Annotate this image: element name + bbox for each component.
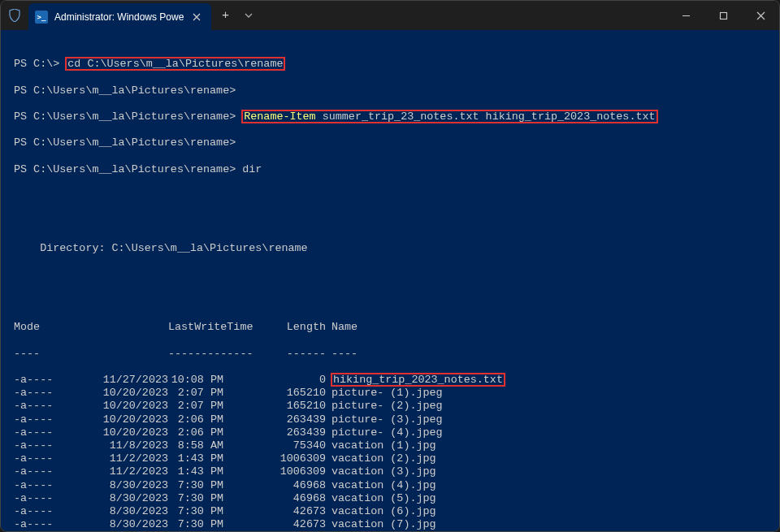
table-row: -a----11/8/20238:58 AM75340vacation (1).… <box>14 439 766 452</box>
table-row: -a----10/20/20232:07 PM165210picture- (1… <box>14 387 766 400</box>
table-header: ModeLastWriteTimeLengthName <box>14 321 766 334</box>
col-lwt-header <box>87 321 168 334</box>
col-length-header: Length <box>232 321 326 334</box>
maximize-button[interactable] <box>704 1 742 30</box>
titlebar: >_ Administrator: Windows Powe + <box>1 1 779 30</box>
powershell-icon: >_ <box>35 11 48 24</box>
table-row: -a----8/30/20237:30 PM42673vacation (6).… <box>14 505 766 518</box>
highlight-rename-command: Rename-Item summer_trip_23_notes.txt hik… <box>242 110 656 123</box>
table-row: -a----8/30/20237:30 PM42673vacation (7).… <box>14 518 766 531</box>
terminal-line: PS C:\Users\m__la\Pictures\rename> dir <box>14 163 766 176</box>
file-name: vacation (3).jpg <box>326 465 436 478</box>
tab-title: Administrator: Windows Powe <box>54 11 184 23</box>
highlight-cd-command: cd C:\Users\m__la\Pictures\rename <box>66 58 284 70</box>
tab-dropdown-button[interactable] <box>239 1 258 30</box>
shield-icon <box>1 1 28 30</box>
new-tab-button[interactable]: + <box>211 1 239 30</box>
file-name: picture- (2).jpeg <box>326 400 443 413</box>
terminal-pane[interactable]: PS C:\> cd C:\Users\m__la\Pictures\renam… <box>1 30 779 531</box>
window-controls <box>667 1 779 30</box>
file-name: picture- (1).jpeg <box>326 387 443 400</box>
minimize-button[interactable] <box>667 1 704 30</box>
terminal-line: PS C:\Users\m__la\Pictures\rename> <box>14 84 766 97</box>
file-name: vacation (6).jpg <box>326 505 436 518</box>
terminal-line: PS C:\Users\m__la\Pictures\rename> <box>14 136 766 149</box>
tab-active[interactable]: >_ Administrator: Windows Powe <box>28 3 211 30</box>
terminal-line: PS C:\Users\m__la\Pictures\rename> Renam… <box>14 110 766 123</box>
table-row: -a----8/30/20237:30 PM46968vacation (5).… <box>14 492 766 505</box>
file-name: picture- (3).jpeg <box>326 413 443 426</box>
highlight-renamed-file: hiking_trip_2023_notes.txt <box>332 374 505 386</box>
table-row: -a----10/20/20232:07 PM165210picture- (2… <box>14 400 766 413</box>
col-mode-header: Mode <box>14 321 87 334</box>
col-name-header: Name <box>326 321 358 334</box>
titlebar-drag-area[interactable] <box>258 1 667 30</box>
directory-label: Directory: C:\Users\m__la\Pictures\renam… <box>14 242 766 255</box>
tab-close-button[interactable] <box>190 11 203 24</box>
file-name: vacation (5).jpg <box>326 492 436 505</box>
table-row: -a----11/27/202310:08 PM0hiking_trip_202… <box>14 374 766 387</box>
table-row: -a----10/20/20232:06 PM263439picture- (4… <box>14 426 766 439</box>
file-name: picture- (4).jpeg <box>326 426 443 439</box>
table-row: -a----11/2/20231:43 PM1006309vacation (2… <box>14 452 766 465</box>
file-name: hiking_trip_2023_notes.txt <box>326 374 505 387</box>
directory-listing: -a----11/27/202310:08 PM0hiking_trip_202… <box>14 374 766 531</box>
table-row: -a----8/30/20237:30 PM46968vacation (4).… <box>14 479 766 492</box>
close-button[interactable] <box>742 1 779 30</box>
file-name: vacation (4).jpg <box>326 479 436 492</box>
table-row: -a----11/2/20231:43 PM1006309vacation (3… <box>14 465 766 478</box>
file-name: vacation (2).jpg <box>326 452 436 465</box>
svg-rect-0 <box>720 12 726 19</box>
table-row: -a----10/20/20232:06 PM263439picture- (3… <box>14 413 766 426</box>
file-name: vacation (7).jpg <box>326 518 436 531</box>
table-divider: --------------------------- <box>14 348 766 361</box>
file-name: vacation (1).jpg <box>326 439 436 452</box>
cmdlet-name: Rename-Item <box>244 110 315 123</box>
terminal-line: PS C:\> cd C:\Users\m__la\Pictures\renam… <box>14 58 766 71</box>
